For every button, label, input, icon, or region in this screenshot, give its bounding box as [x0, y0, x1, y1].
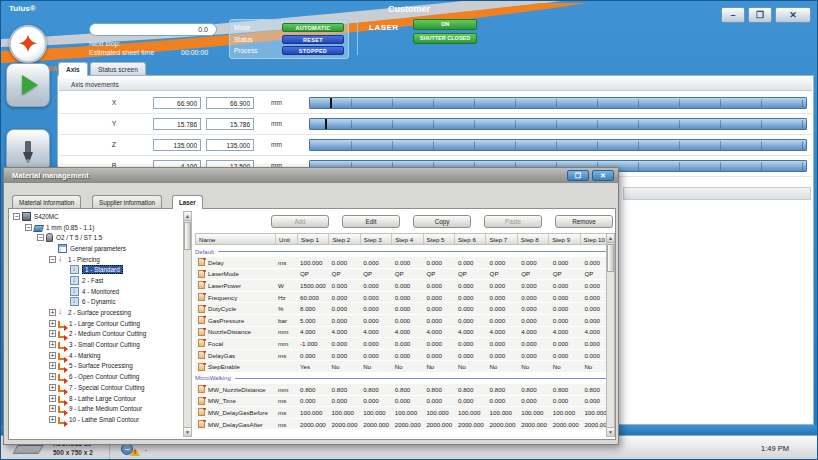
axis-target-field[interactable] [206, 97, 254, 109]
tab-axis[interactable]: Axis [58, 62, 88, 76]
step-value-9: 100.000 [550, 409, 582, 416]
close-button[interactable]: ✕ [775, 7, 811, 23]
tree-scrollbar[interactable]: ▲ ▼ [183, 211, 192, 437]
tree-item-10-lathe-small-contour[interactable]: +10 - Lathe Small Contour [11, 414, 183, 425]
progress-field[interactable] [89, 23, 217, 36]
axis-position-slider[interactable] [309, 118, 807, 130]
start-button[interactable] [6, 63, 50, 107]
tree-item-8-lathe-large-contour[interactable]: +8 - Lathe Large Contour [11, 393, 183, 404]
tree-item-6-open-contour-cutting[interactable]: +6 - Open Contour Cutting [11, 371, 183, 382]
scroll-thumb[interactable] [184, 222, 191, 250]
expand-plus-icon[interactable]: + [49, 373, 56, 380]
warning-icon[interactable] [130, 448, 140, 456]
axis-target-field[interactable] [206, 139, 254, 151]
tab-status-screen[interactable]: Status screen [90, 62, 146, 76]
dialog-close-button[interactable]: ✕ [592, 170, 614, 181]
step-value-8: No [518, 363, 550, 370]
parameter-icon [198, 397, 205, 405]
tree-item-9-lathe-medium-contour[interactable]: +9 - Lathe Medium Contour [11, 403, 183, 414]
copy-button[interactable]: Copy [413, 215, 471, 228]
state-value-status[interactable]: RESET [282, 35, 344, 44]
axis-position-slider[interactable] [309, 97, 807, 109]
tree-item-2-fast[interactable]: 2 - Fast [11, 275, 183, 286]
expand-plus-icon[interactable]: + [49, 395, 56, 402]
table-row-frequency[interactable]: FrequencyHz60.0000.0000.0000.0000.0000.0… [195, 292, 613, 303]
scroll-up-icon[interactable]: ▲ [184, 212, 191, 221]
table-row-mw-nozzledistance[interactable]: MW_NozzleDistancemm0.8000.8000.8000.8000… [195, 384, 613, 395]
axis-target-field[interactable] [206, 118, 254, 130]
remove-button[interactable]: Remove [555, 215, 613, 228]
collapse-minus-icon[interactable]: − [37, 234, 44, 241]
table-row-delay[interactable]: Delayms100.0000.0000.0000.0000.0000.0000… [195, 257, 613, 268]
axis-actual-field[interactable] [153, 97, 201, 109]
tree-item-6-dynamic[interactable]: 6 - Dynamic [11, 297, 183, 308]
expand-plus-icon[interactable]: + [49, 405, 56, 412]
dialog-titlebar[interactable]: Material management ❐ ✕ [4, 168, 618, 183]
dialog-content: −S420MC−1 mm (0.85 - 1.1)−O2 / T 5 / ST … [8, 208, 616, 440]
table-row-mw-delaygasafter[interactable]: MW_DelayGasAfterms2000.0002000.0002000.0… [195, 419, 613, 430]
tree-item-7-special-contour-cutting[interactable]: +7 - Special Contour Cutting [11, 382, 183, 393]
collapse-minus-icon[interactable]: − [25, 224, 32, 231]
scroll-up-icon[interactable]: ▲ [607, 234, 614, 243]
tree-item-1-mm-0-85-1-1[interactable]: −1 mm (0.85 - 1.1) [11, 222, 183, 233]
tree-item-3-small-contour-cutting[interactable]: +3 - Small Contour Cutting [11, 339, 183, 350]
axis-actual-field[interactable] [153, 118, 201, 130]
table-row-laserpower[interactable]: LaserPowerW1500.0000.0000.0000.0000.0000… [195, 280, 613, 291]
tree-item-4-monitored[interactable]: 4 - Monitored [11, 286, 183, 297]
dialog-maximize-button[interactable]: ❐ [567, 170, 589, 181]
scroll-down-icon[interactable]: ▼ [607, 427, 614, 436]
column-header-name: Name [196, 234, 276, 244]
expand-plus-icon[interactable]: + [49, 352, 56, 359]
tree-item-5-surface-processing[interactable]: +5 - Surface Processing [11, 361, 183, 372]
tree-item-general-parameters[interactable]: General parameters [11, 243, 183, 254]
parameter-icon [198, 420, 205, 428]
table-row-stepenable[interactable]: StepEnableYesNoNoNoNoNoNoNoNoNo [195, 361, 613, 372]
expand-plus-icon[interactable]: + [49, 320, 56, 327]
table-row-mw-delaygasbefore[interactable]: MW_DelayGasBeforems100.000100.000100.000… [195, 407, 613, 418]
step-value-1: 4.000 [297, 328, 329, 335]
slider-marker-icon [330, 98, 332, 108]
axis-position-slider[interactable] [309, 139, 807, 151]
tree-item-4-marking[interactable]: +4 - Marking [11, 350, 183, 361]
table-scrollbar[interactable]: ▲ ▼ [606, 233, 615, 437]
tree-item-1-piercing[interactable]: −1 - Piercing [11, 254, 183, 265]
tree-item-1-standard[interactable]: 1 - Standard [11, 264, 183, 275]
table-row-nozzledistance[interactable]: NozzleDistancemm4.0004.0004.0004.0004.00… [195, 327, 613, 338]
tree-item-s420mc[interactable]: −S420MC [11, 211, 183, 222]
tree-item-o2-t-5-st-1-5[interactable]: −O2 / T 5 / ST 1.5 [11, 232, 183, 243]
expand-plus-icon[interactable]: + [49, 309, 56, 316]
expand-plus-icon[interactable]: + [49, 341, 56, 348]
machine-state-panel: ModeAUTOMATICStatusRESETProcessSTOPPED [229, 19, 349, 59]
dialog-tab-material-information[interactable]: Material information [12, 195, 81, 209]
dialog-tab-supplier-information[interactable]: Supplier information [92, 195, 162, 209]
expand-plus-icon[interactable]: + [49, 384, 56, 391]
state-value-process[interactable]: STOPPED [282, 46, 344, 55]
maximize-button[interactable]: ❐ [748, 7, 772, 23]
table-row-lasermode[interactable]: LaserModeQPQPQPQPQPQPQPQPQPQP [195, 269, 613, 280]
table-row-focal[interactable]: Focalmm-1.0000.0000.0000.0000.0000.0000.… [195, 338, 613, 349]
collapse-minus-icon[interactable]: − [49, 256, 56, 263]
dialog-tab-laser[interactable]: Laser [172, 195, 203, 209]
scroll-down-icon[interactable]: ▼ [184, 427, 191, 436]
edit-button[interactable]: Edit [342, 215, 400, 228]
state-value-mode[interactable]: AUTOMATIC [282, 23, 344, 32]
laser-shutter-closed-button[interactable]: SHUTTER CLOSED [413, 33, 477, 44]
minimize-button[interactable]: – [721, 7, 745, 23]
collapse-minus-icon[interactable]: − [13, 213, 20, 220]
axis-actual-field[interactable] [153, 139, 201, 151]
expand-plus-icon[interactable]: + [49, 330, 56, 337]
table-row-gaspressure[interactable]: GasPressurebar5.0000.0000.0000.0000.0000… [195, 315, 613, 326]
table-row-dutycycle[interactable]: DutyCycle%8.0000.0000.0000.0000.0000.000… [195, 303, 613, 314]
expand-plus-icon[interactable]: + [49, 416, 56, 423]
tree-item-2-surface-processing[interactable]: +2 - Surface processing [11, 307, 183, 318]
expand-plus-icon[interactable]: + [49, 362, 56, 369]
scroll-thumb[interactable] [607, 244, 614, 272]
step-value-7: 0.000 [487, 259, 519, 266]
laser-on-button[interactable]: ON [413, 19, 477, 30]
tree-item-2-medium-contour-cutting[interactable]: +2 - Medium Contour Cutting [11, 329, 183, 340]
table-row-delaygas[interactable]: DelayGasms0.0000.0000.0000.0000.0000.000… [195, 350, 613, 361]
tree-item-1-large-contour-cutting[interactable]: +1 - Large Contour Cutting [11, 318, 183, 329]
contour-icon [58, 374, 66, 381]
table-row-mw-time[interactable]: MW_Timems0.0000.0000.0000.0000.0000.0000… [195, 396, 613, 407]
step-value-9: 0.000 [550, 352, 582, 359]
